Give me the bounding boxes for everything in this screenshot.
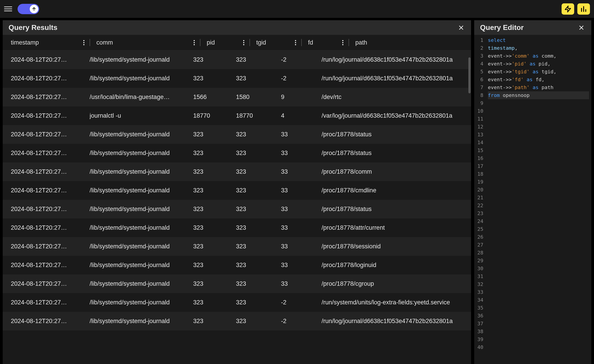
table-row[interactable]: 2024-08-12T20:27…/lib/systemd/systemd-jo…	[3, 274, 471, 293]
code-line[interactable]	[488, 202, 589, 209]
code-line[interactable]	[488, 265, 589, 272]
column-menu-icon[interactable]	[295, 39, 301, 46]
table-row[interactable]: 2024-08-12T20:27…journalctl -u1877018770…	[3, 106, 471, 125]
cell-tgid: 323	[236, 318, 281, 325]
cell-timestamp: 2024-08-12T20:27…	[11, 299, 90, 306]
line-gutter: 1234567891011121314151617181920212223242…	[474, 35, 486, 364]
column-menu-icon[interactable]	[243, 39, 250, 46]
menu-button[interactable]	[4, 5, 12, 13]
column-label: tgid	[256, 39, 266, 46]
cell-fd: 9	[281, 93, 322, 100]
close-results-button[interactable]	[457, 24, 465, 32]
code-editor[interactable]: 1234567891011121314151617181920212223242…	[474, 35, 591, 364]
column-header-fd[interactable]: fd	[308, 39, 349, 46]
close-editor-button[interactable]	[577, 24, 586, 32]
column-menu-icon[interactable]	[194, 39, 200, 46]
cell-comm: /lib/systemd/systemd-journald	[90, 75, 193, 82]
cell-comm: /lib/systemd/systemd-journald	[90, 224, 193, 231]
cell-pid: 323	[193, 150, 236, 157]
table-row[interactable]: 2024-08-12T20:27…/lib/systemd/systemd-jo…	[3, 237, 471, 256]
column-header-timestamp[interactable]: timestamp	[11, 39, 90, 46]
code-line[interactable]	[488, 194, 589, 202]
table-row[interactable]: 2024-08-12T20:27…/lib/systemd/systemd-jo…	[3, 69, 471, 88]
code-line[interactable]	[488, 241, 589, 249]
column-separator[interactable]	[301, 39, 302, 46]
code-line[interactable]	[488, 146, 589, 154]
code-line[interactable]: timestamp,	[488, 44, 589, 52]
code-line[interactable]	[488, 99, 589, 107]
column-separator[interactable]	[349, 39, 349, 46]
scrollbar-thumb[interactable]	[468, 57, 471, 93]
code-line[interactable]	[488, 272, 589, 280]
cell-comm: /lib/systemd/systemd-journald	[90, 280, 193, 287]
code-line[interactable]	[488, 296, 589, 304]
table-row[interactable]: 2024-08-12T20:27…/lib/systemd/systemd-jo…	[3, 256, 471, 274]
column-header-comm[interactable]: comm	[96, 39, 200, 46]
code-line[interactable]	[488, 162, 589, 170]
code-line[interactable]: event->>'comm' as comm,	[488, 52, 589, 60]
table-row[interactable]: 2024-08-12T20:27…/lib/systemd/systemd-jo…	[3, 218, 471, 237]
line-number: 5	[477, 68, 483, 76]
code-line[interactable]	[488, 115, 589, 123]
code-line[interactable]	[488, 217, 589, 225]
code-line[interactable]	[488, 304, 589, 312]
cell-pid: 323	[193, 187, 236, 194]
code-line[interactable]: event->>'fd' as fd,	[488, 76, 589, 83]
code-line[interactable]	[488, 139, 589, 146]
topbar-left	[4, 4, 39, 14]
code-line[interactable]	[488, 233, 589, 241]
code-line[interactable]	[488, 209, 589, 217]
line-number: 33	[477, 288, 483, 296]
code-content[interactable]: selecttimestamp,event->>'comm' as comm,e…	[486, 35, 592, 364]
column-separator[interactable]	[250, 39, 250, 46]
code-line[interactable]	[488, 107, 589, 115]
table-row[interactable]: 2024-08-12T20:27…/lib/systemd/systemd-jo…	[3, 293, 471, 312]
results-title: Query Results	[8, 23, 57, 32]
table-row[interactable]: 2024-08-12T20:27…/lib/systemd/systemd-jo…	[3, 50, 471, 69]
cell-path: /dev/rtc	[322, 93, 471, 100]
code-line[interactable]	[488, 320, 589, 328]
table-row[interactable]: 2024-08-12T20:27…/usr/local/bin/lima-gue…	[3, 88, 471, 106]
code-line[interactable]: select	[488, 36, 589, 44]
code-line[interactable]	[488, 312, 589, 320]
code-line[interactable]	[488, 186, 589, 194]
column-separator[interactable]	[200, 39, 200, 46]
code-line[interactable]	[488, 170, 589, 178]
column-menu-icon[interactable]	[342, 39, 349, 46]
table-row[interactable]: 2024-08-12T20:27…/lib/systemd/systemd-jo…	[3, 144, 471, 162]
column-separator[interactable]	[90, 39, 90, 46]
mode-toggle[interactable]	[18, 4, 39, 14]
column-header-tgid[interactable]: tgid	[256, 39, 301, 46]
code-line[interactable]	[488, 328, 589, 335]
code-line[interactable]	[488, 257, 589, 265]
chart-view-button[interactable]	[577, 3, 590, 15]
table-row[interactable]: 2024-08-12T20:27…/lib/systemd/systemd-jo…	[3, 162, 471, 181]
code-line[interactable]	[488, 343, 589, 351]
code-line[interactable]	[488, 154, 589, 162]
results-table[interactable]: timestampcommpidtgidfdpath 2024-08-12T20…	[3, 35, 471, 364]
code-line[interactable]: event->>'pid' as pid,	[488, 60, 589, 68]
column-header-pid[interactable]: pid	[207, 39, 250, 46]
table-row[interactable]: 2024-08-12T20:27…/lib/systemd/systemd-jo…	[3, 312, 471, 331]
code-line[interactable]: event->>'path' as path	[488, 83, 589, 91]
column-menu-icon[interactable]	[83, 39, 90, 46]
cell-timestamp: 2024-08-12T20:27…	[11, 56, 90, 63]
code-line[interactable]	[488, 131, 589, 139]
column-header-path[interactable]: path	[355, 39, 471, 46]
run-query-button[interactable]	[561, 3, 574, 15]
line-number: 10	[477, 107, 483, 115]
code-line[interactable]	[488, 280, 589, 288]
code-line[interactable]: event->>'tgid' as tgid,	[488, 68, 589, 76]
code-line[interactable]	[488, 178, 589, 186]
code-line[interactable]: from opensnoop	[488, 91, 589, 99]
code-line[interactable]	[488, 123, 589, 131]
code-line[interactable]	[488, 225, 589, 233]
code-line[interactable]	[488, 335, 589, 343]
code-line[interactable]	[488, 288, 589, 296]
table-row[interactable]: 2024-08-12T20:27…/lib/systemd/systemd-jo…	[3, 125, 471, 144]
cell-comm: /lib/systemd/systemd-journald	[90, 56, 193, 63]
table-row[interactable]: 2024-08-12T20:27…/lib/systemd/systemd-jo…	[3, 200, 471, 218]
code-line[interactable]	[488, 249, 589, 257]
cell-fd: 33	[281, 206, 322, 213]
table-row[interactable]: 2024-08-12T20:27…/lib/systemd/systemd-jo…	[3, 181, 471, 200]
